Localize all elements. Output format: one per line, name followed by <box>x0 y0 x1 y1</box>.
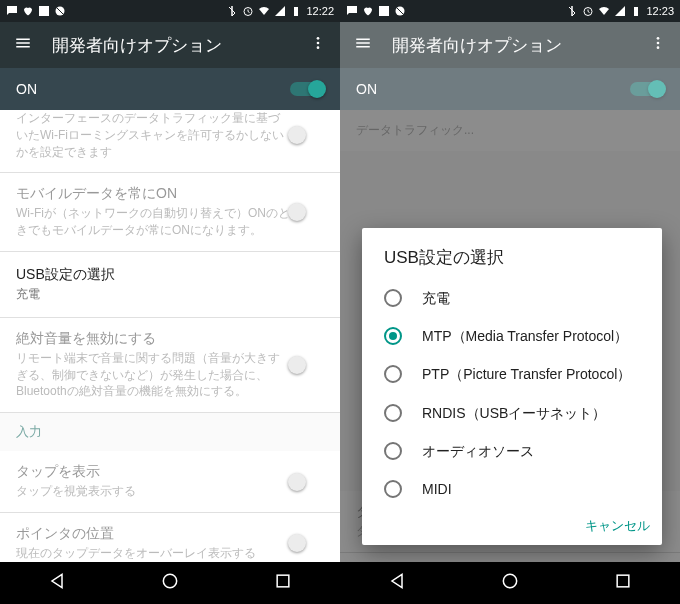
show-taps-switch[interactable] <box>290 475 324 489</box>
alarm-icon <box>242 5 254 17</box>
radio-icon-checked <box>384 327 402 345</box>
svg-rect-8 <box>277 575 289 587</box>
radio-icon <box>384 404 402 422</box>
mobile-data-sub: Wi-Fiが（ネットワークの自動切り替えで）ONのときでもモバイルデータが常にO… <box>16 205 290 239</box>
radio-label: RNDIS（USBイーサネット） <box>422 404 606 422</box>
radio-icon <box>384 365 402 383</box>
signal-icon <box>274 5 286 17</box>
svg-point-13 <box>657 37 660 40</box>
menu-icon <box>354 34 372 56</box>
app-bar: 開発者向けオプション <box>0 22 340 68</box>
nav-bar <box>340 562 680 604</box>
show-taps-sub: タップを視覚表示する <box>16 483 290 500</box>
usb-config-title: USB設定の選択 <box>16 266 324 284</box>
radio-label: PTP（Picture Transfer Protocol） <box>422 365 631 383</box>
back-button[interactable] <box>47 571 67 595</box>
image-icon <box>38 5 50 17</box>
radio-option-audio[interactable]: オーディオソース <box>362 432 662 470</box>
svg-point-7 <box>163 574 176 587</box>
master-switch[interactable] <box>290 82 324 96</box>
svg-rect-9 <box>379 6 389 16</box>
recents-button[interactable] <box>273 571 293 595</box>
svg-point-5 <box>317 42 320 45</box>
master-toggle-row[interactable]: ON <box>0 68 340 110</box>
page-title: 開発者向けオプション <box>52 34 310 57</box>
svg-point-6 <box>317 46 320 49</box>
master-toggle-row: ON <box>340 68 680 110</box>
mobile-data-switch[interactable] <box>290 205 324 219</box>
radio-label: MTP（Media Transfer Protocol） <box>422 327 628 345</box>
show-taps-row[interactable]: タップを表示 タップを視覚表示する <box>0 451 340 512</box>
block-icon <box>394 5 406 17</box>
master-switch <box>630 82 664 96</box>
absolute-volume-row[interactable]: 絶対音量を無効にする リモート端末で音量に関する問題（音量が大きすぎる、制御でき… <box>0 318 340 412</box>
phone-right: 12:23 開発者向けオプション ON データトラフィック... タップを表示 … <box>340 0 680 604</box>
pointer-location-title: ポインタの位置 <box>16 525 290 543</box>
dialog-title: USB設定の選択 <box>362 228 662 279</box>
status-bar: 12:23 <box>340 0 680 22</box>
absolute-volume-sub: リモート端末で音量に関する問題（音量が大きすぎる、制御できないなど）が発生した場… <box>16 350 290 400</box>
nav-bar <box>0 562 340 604</box>
heart-icon <box>22 5 34 17</box>
wifi-roaming-row[interactable]: インターフェースのデータトラフィック量に基づいたWi-Fiローミングスキャンを許… <box>0 110 340 172</box>
home-button[interactable] <box>160 571 180 595</box>
usb-config-sub: 充電 <box>16 286 324 303</box>
usb-config-dialog: USB設定の選択 充電 MTP（Media Transfer Protocol）… <box>362 228 662 545</box>
wifi-icon <box>598 5 610 17</box>
status-time: 12:22 <box>306 5 334 17</box>
heart-icon <box>362 5 374 17</box>
chat-icon <box>346 5 358 17</box>
wifi-roaming-sub: インターフェースのデータトラフィック量に基づいたWi-Fiローミングスキャンを許… <box>16 110 290 160</box>
svg-rect-0 <box>39 6 49 16</box>
alarm-icon <box>582 5 594 17</box>
phone-left: 12:22 開発者向けオプション ON インターフェースのデータトラフィック量に… <box>0 0 340 604</box>
mobile-data-row[interactable]: モバイルデータを常にON Wi-Fiが（ネットワークの自動切り替えで）ONのとき… <box>0 173 340 251</box>
pointer-location-row[interactable]: ポインタの位置 現在のタップデータをオーバーレイ表示する <box>0 513 340 562</box>
menu-icon[interactable] <box>14 34 32 56</box>
radio-label: オーディオソース <box>422 442 534 460</box>
page-title: 開発者向けオプション <box>392 34 650 57</box>
overflow-icon[interactable] <box>310 35 326 55</box>
recents-button[interactable] <box>613 571 633 595</box>
svg-rect-12 <box>634 7 638 16</box>
radio-icon <box>384 289 402 307</box>
usb-config-row[interactable]: USB設定の選択 充電 <box>0 252 340 317</box>
bluetooth-icon <box>566 5 578 17</box>
radio-option-midi[interactable]: MIDI <box>362 470 662 508</box>
battery-icon <box>630 5 642 17</box>
master-toggle-label: ON <box>356 81 377 97</box>
settings-list: インターフェースのデータトラフィック量に基づいたWi-Fiローミングスキャンを許… <box>0 110 340 562</box>
app-bar: 開発者向けオプション <box>340 22 680 68</box>
block-icon <box>54 5 66 17</box>
radio-option-ptp[interactable]: PTP（Picture Transfer Protocol） <box>362 355 662 393</box>
input-section-label: 入力 <box>0 413 340 451</box>
show-taps-title: タップを表示 <box>16 463 290 481</box>
pointer-location-sub: 現在のタップデータをオーバーレイ表示する <box>16 545 290 562</box>
mobile-data-title: モバイルデータを常にON <box>16 185 290 203</box>
status-bar: 12:22 <box>0 0 340 22</box>
svg-point-15 <box>657 46 660 49</box>
signal-icon <box>614 5 626 17</box>
battery-icon <box>290 5 302 17</box>
home-button[interactable] <box>500 571 520 595</box>
back-button[interactable] <box>387 571 407 595</box>
svg-point-14 <box>657 42 660 45</box>
svg-rect-3 <box>294 7 298 16</box>
svg-point-16 <box>503 574 516 587</box>
radio-label: MIDI <box>422 480 452 498</box>
absolute-volume-switch[interactable] <box>290 358 324 372</box>
radio-option-mtp[interactable]: MTP（Media Transfer Protocol） <box>362 317 662 355</box>
chat-icon <box>6 5 18 17</box>
master-toggle-label: ON <box>16 81 37 97</box>
radio-icon <box>384 480 402 498</box>
image-icon <box>378 5 390 17</box>
wifi-roaming-switch[interactable] <box>290 128 324 142</box>
radio-option-charge[interactable]: 充電 <box>362 279 662 317</box>
status-time: 12:23 <box>646 5 674 17</box>
wifi-icon <box>258 5 270 17</box>
svg-rect-17 <box>617 575 629 587</box>
cancel-button[interactable]: キャンセル <box>585 518 650 533</box>
radio-option-rndis[interactable]: RNDIS（USBイーサネット） <box>362 394 662 432</box>
pointer-location-switch[interactable] <box>290 536 324 550</box>
absolute-volume-title: 絶対音量を無効にする <box>16 330 290 348</box>
